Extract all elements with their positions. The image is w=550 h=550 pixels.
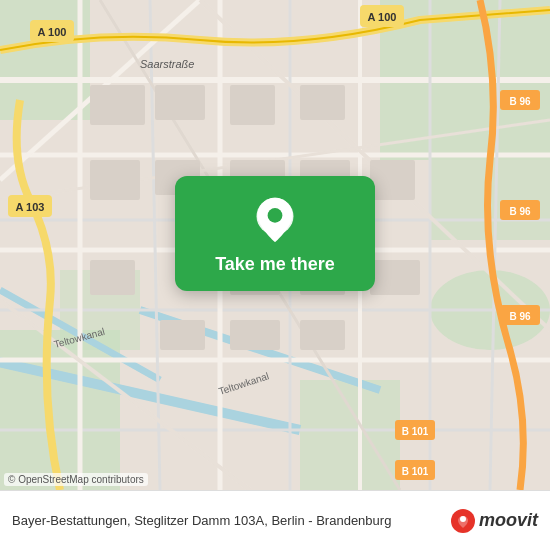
svg-rect-57 [370,160,415,200]
svg-text:B 96: B 96 [509,311,531,322]
address-text: Bayer-Bestattungen, Steglitzer Damm 103A… [12,513,451,528]
moovit-dot-icon [451,509,475,533]
svg-rect-58 [90,260,135,295]
svg-rect-62 [160,320,205,350]
svg-rect-50 [155,85,205,120]
svg-rect-55 [300,85,345,120]
svg-text:A 100: A 100 [368,11,397,23]
svg-text:B 96: B 96 [509,206,531,217]
svg-text:Saarstraße: Saarstraße [140,58,194,70]
osm-attribution: © OpenStreetMap contributors [4,473,148,486]
map-container: A 100 A 100 A 103 B 96 B 96 B 96 B 101 B… [0,0,550,490]
svg-point-66 [268,208,283,223]
svg-rect-61 [370,260,420,295]
svg-text:A 103: A 103 [16,201,45,213]
svg-rect-63 [230,320,280,350]
moovit-logo: moovit [451,509,538,533]
svg-rect-64 [300,320,345,350]
svg-text:B 96: B 96 [509,96,531,107]
svg-rect-7 [300,380,400,490]
svg-rect-52 [90,160,140,200]
cta-card[interactable]: Take me there [175,176,375,291]
svg-text:B 101: B 101 [402,426,429,437]
svg-rect-1 [0,0,90,120]
svg-rect-4 [0,330,120,490]
svg-rect-49 [90,85,145,125]
moovit-text: moovit [479,510,538,531]
cta-label: Take me there [215,254,335,275]
svg-text:B 101: B 101 [402,466,429,477]
svg-rect-51 [230,85,275,125]
bottom-bar: Bayer-Bestattungen, Steglitzer Damm 103A… [0,490,550,550]
location-pin-icon [251,196,299,244]
svg-text:A 100: A 100 [38,26,67,38]
